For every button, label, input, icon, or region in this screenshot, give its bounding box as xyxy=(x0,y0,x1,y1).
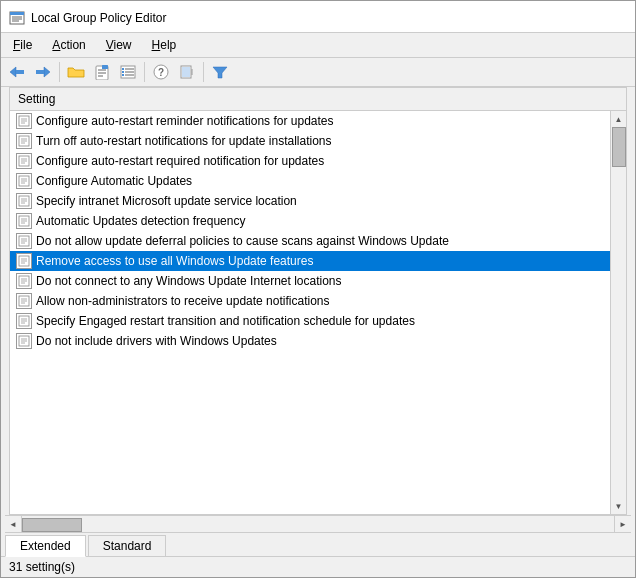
column-header-label: Setting xyxy=(18,92,55,106)
setting-label: Configure auto-restart required notifica… xyxy=(36,154,324,168)
folder-button[interactable] xyxy=(64,61,88,83)
menu-help[interactable]: Help xyxy=(144,35,185,55)
window: Local Group Policy Editor File Action Vi… xyxy=(0,0,636,578)
setting-icon xyxy=(16,193,32,209)
filter-button[interactable] xyxy=(208,61,232,83)
setting-label: Configure Automatic Updates xyxy=(36,174,192,188)
list-item[interactable]: Configure Automatic Updates xyxy=(10,171,610,191)
setting-icon xyxy=(16,313,32,329)
back-button[interactable] xyxy=(5,61,29,83)
scroll-left-button[interactable]: ◄ xyxy=(5,516,21,532)
setting-icon xyxy=(16,113,32,129)
h-scroll-thumb[interactable] xyxy=(22,518,82,532)
scroll-right-button[interactable]: ► xyxy=(615,516,631,532)
toolbar: ? xyxy=(1,58,635,87)
horizontal-scrollbar: ◄ ► xyxy=(5,515,631,533)
menu-action[interactable]: Action xyxy=(44,35,93,55)
list-item[interactable]: Do not allow update deferral policies to… xyxy=(10,231,610,251)
setting-icon xyxy=(16,233,32,249)
app-icon xyxy=(9,10,25,26)
column-header: Setting xyxy=(10,88,626,111)
list-item[interactable]: Allow non-administrators to receive upda… xyxy=(10,291,610,311)
h-scroll-track xyxy=(21,516,615,532)
svg-marker-7 xyxy=(44,67,50,77)
scroll-thumb-area xyxy=(611,127,626,498)
svg-rect-6 xyxy=(16,70,24,74)
setting-label: Specify intranet Microsoft update servic… xyxy=(36,194,297,208)
svg-marker-28 xyxy=(213,67,227,78)
setting-icon xyxy=(16,133,32,149)
status-bar: 31 setting(s) xyxy=(1,557,635,577)
separator-2 xyxy=(144,62,145,82)
setting-label: Do not connect to any Windows Update Int… xyxy=(36,274,342,288)
list-item[interactable]: Turn off auto-restart notifications for … xyxy=(10,131,610,151)
status-text: 31 setting(s) xyxy=(9,560,75,574)
setting-icon xyxy=(16,293,32,309)
scroll-thumb[interactable] xyxy=(612,127,626,167)
setting-icon xyxy=(16,173,32,189)
tab-standard[interactable]: Standard xyxy=(88,535,167,556)
setting-icon xyxy=(16,213,32,229)
export-button[interactable] xyxy=(175,61,199,83)
list-item[interactable]: Configure auto-restart required notifica… xyxy=(10,151,610,171)
list-button[interactable] xyxy=(116,61,140,83)
separator-1 xyxy=(59,62,60,82)
scroll-down-button[interactable]: ▼ xyxy=(611,498,627,514)
setting-icon xyxy=(16,273,32,289)
setting-label: Allow non-administrators to receive upda… xyxy=(36,294,329,308)
svg-text:?: ? xyxy=(158,67,164,78)
tab-extended[interactable]: Extended xyxy=(5,535,86,557)
list-item[interactable]: Specify intranet Microsoft update servic… xyxy=(10,191,610,211)
properties-button[interactable] xyxy=(90,61,114,83)
svg-marker-5 xyxy=(10,67,16,77)
svg-rect-24 xyxy=(182,67,190,77)
title-bar: Local Group Policy Editor xyxy=(1,1,635,33)
setting-label: Do not allow update deferral policies to… xyxy=(36,234,449,248)
tabs-bar: Extended Standard xyxy=(1,533,635,557)
settings-list[interactable]: Configure auto-restart reminder notifica… xyxy=(10,111,610,514)
setting-label: Specify Engaged restart transition and n… xyxy=(36,314,415,328)
list-item[interactable]: Do not connect to any Windows Update Int… xyxy=(10,271,610,291)
svg-rect-8 xyxy=(36,70,44,74)
menu-bar: File Action View Help xyxy=(1,33,635,58)
setting-label: Automatic Updates detection frequency xyxy=(36,214,245,228)
svg-rect-20 xyxy=(122,74,124,76)
window-title: Local Group Policy Editor xyxy=(31,11,166,25)
list-item[interactable]: Configure auto-restart reminder notifica… xyxy=(10,111,610,131)
svg-rect-18 xyxy=(122,68,124,70)
vertical-scrollbar: ▲ ▼ xyxy=(610,111,626,514)
content-pane: Setting Configure auto-restart reminder … xyxy=(10,88,626,514)
main-content: Setting Configure auto-restart reminder … xyxy=(9,87,627,515)
list-item[interactable]: Do not include drivers with Windows Upda… xyxy=(10,331,610,351)
scroll-up-button[interactable]: ▲ xyxy=(611,111,627,127)
menu-file[interactable]: File xyxy=(5,35,40,55)
setting-label: Configure auto-restart reminder notifica… xyxy=(36,114,334,128)
svg-rect-19 xyxy=(122,71,124,73)
setting-icon xyxy=(16,253,32,269)
list-item[interactable]: Remove access to use all Windows Update … xyxy=(10,251,610,271)
svg-rect-13 xyxy=(102,65,108,69)
svg-rect-1 xyxy=(10,12,24,15)
setting-label: Turn off auto-restart notifications for … xyxy=(36,134,332,148)
list-item[interactable]: Automatic Updates detection frequency xyxy=(10,211,610,231)
setting-icon xyxy=(16,333,32,349)
setting-label: Remove access to use all Windows Update … xyxy=(36,254,313,268)
list-item[interactable]: Specify Engaged restart transition and n… xyxy=(10,311,610,331)
separator-3 xyxy=(203,62,204,82)
setting-icon xyxy=(16,153,32,169)
forward-button[interactable] xyxy=(31,61,55,83)
help-button[interactable]: ? xyxy=(149,61,173,83)
setting-label: Do not include drivers with Windows Upda… xyxy=(36,334,277,348)
menu-view[interactable]: View xyxy=(98,35,140,55)
